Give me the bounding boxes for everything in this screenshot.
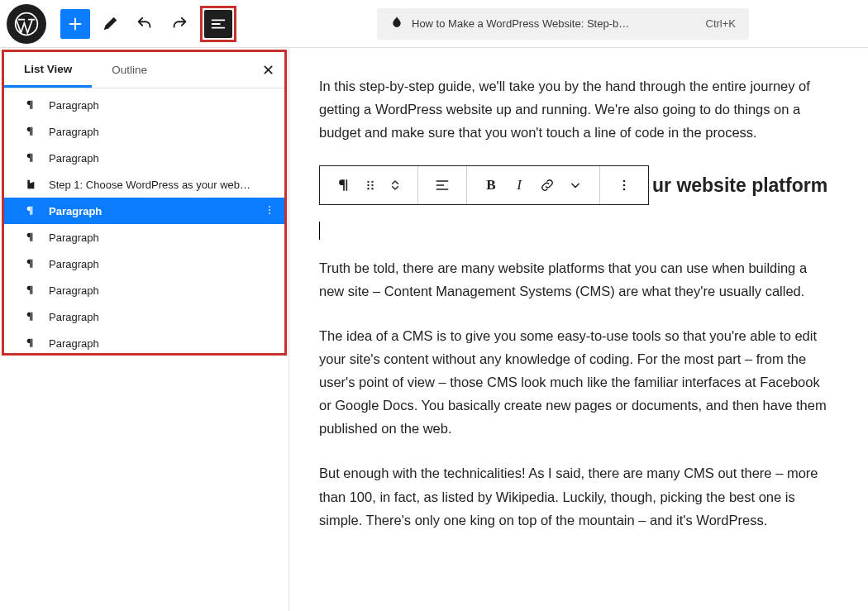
paragraph-block-icon: [24, 310, 39, 323]
block-options-button[interactable]: [613, 174, 635, 196]
wordpress-icon: [13, 11, 40, 37]
list-view-item-label: Paragraph: [49, 232, 99, 244]
redo-button[interactable]: [165, 9, 194, 39]
link-button[interactable]: [537, 174, 558, 196]
svg-point-3: [269, 212, 270, 214]
svg-point-12: [623, 189, 626, 191]
tab-list-view[interactable]: List View: [4, 52, 92, 88]
pencil-icon: [101, 15, 119, 33]
paragraph-block-icon: [24, 125, 39, 138]
list-view-item[interactable]: Paragraph: [4, 330, 284, 353]
pen-icon: [390, 16, 403, 31]
link-icon: [539, 177, 556, 193]
list-view-item[interactable]: Paragraph: [4, 251, 284, 277]
heading-block-icon: [24, 178, 39, 191]
list-view-item[interactable]: Paragraph: [4, 198, 284, 224]
list-view-item-label: Paragraph: [49, 126, 99, 138]
paragraph-block-icon: [24, 98, 39, 112]
plus-icon: [66, 15, 84, 33]
paragraph-block-icon: [24, 204, 39, 217]
list-view-item-label: Paragraph: [49, 152, 99, 165]
paragraph-block[interactable]: Truth be told, there are many website pl…: [319, 256, 830, 303]
svg-point-10: [623, 180, 626, 183]
close-panel-button[interactable]: ✕: [251, 54, 284, 87]
command-shortcut: Ctrl+K: [706, 17, 736, 30]
paragraph-icon: [336, 177, 352, 193]
italic-button[interactable]: I: [508, 174, 530, 196]
list-view-icon: [209, 15, 227, 33]
list-view-item[interactable]: Step 1: Choose WordPress as your website…: [4, 171, 284, 198]
more-rich-text-button[interactable]: [565, 174, 586, 196]
paragraph-block[interactable]: But enough with the technicalities! As I…: [319, 461, 830, 531]
bold-button[interactable]: B: [480, 174, 502, 196]
text-caret: [319, 222, 320, 240]
panel-tabs: List View Outline ✕: [4, 52, 284, 88]
paragraph-block[interactable]: In this step-by-step guide, we'll take y…: [319, 74, 830, 144]
chevron-down-icon: [567, 177, 584, 193]
svg-point-5: [371, 181, 373, 183]
list-view-item[interactable]: Paragraph: [4, 224, 284, 251]
wordpress-logo[interactable]: [7, 4, 46, 44]
item-options-button[interactable]: [263, 203, 276, 219]
chevrons-icon: [387, 177, 403, 193]
svg-point-6: [367, 184, 369, 186]
block-list-view: ParagraphParagraphParagraphStep 1: Choos…: [4, 88, 284, 353]
list-view-item[interactable]: Paragraph: [4, 277, 284, 303]
paragraph-block-icon: [24, 337, 39, 350]
tools-button[interactable]: [95, 9, 125, 39]
list-view-item-label: Paragraph: [49, 258, 99, 270]
list-view-item-label: Paragraph: [49, 99, 99, 112]
redo-icon: [170, 15, 188, 33]
list-view-item-label: Step 1: Choose WordPress as your website…: [49, 179, 255, 191]
document-overview-panel-highlight: List View Outline ✕ ParagraphParagraphPa…: [2, 50, 287, 356]
drag-icon: [362, 177, 379, 193]
svg-point-7: [371, 184, 373, 186]
list-view-item[interactable]: Paragraph: [4, 118, 284, 145]
list-view-item-label: Paragraph: [49, 284, 99, 297]
document-title-bar[interactable]: How to Make a WordPress Website: Step-b……: [377, 8, 749, 40]
svg-point-2: [269, 209, 270, 211]
document-overview-button[interactable]: [204, 10, 232, 38]
add-block-button[interactable]: [60, 9, 90, 39]
svg-point-4: [367, 181, 369, 183]
align-button[interactable]: [432, 174, 453, 196]
move-buttons[interactable]: [386, 174, 404, 196]
document-title: How to Make a WordPress Website: Step-b…: [412, 17, 629, 30]
paragraph-block-icon: [24, 151, 39, 165]
block-toolbar: B I: [319, 165, 649, 205]
editor-canvas[interactable]: In this step-by-step guide, we'll take y…: [289, 48, 868, 611]
drag-handle[interactable]: [361, 174, 379, 196]
heading-text-fragment[interactable]: ur website platform: [652, 169, 827, 202]
list-view-item-label: Paragraph: [49, 205, 102, 217]
paragraph-block[interactable]: The idea of a CMS is to give you some ea…: [319, 324, 830, 440]
list-view-item[interactable]: Paragraph: [4, 92, 284, 118]
block-type-button[interactable]: [333, 174, 355, 196]
list-view-item[interactable]: Paragraph: [4, 303, 284, 330]
svg-point-1: [269, 206, 270, 208]
document-overview-highlight: [200, 6, 236, 42]
undo-icon: [136, 15, 154, 33]
undo-button[interactable]: [130, 9, 160, 39]
paragraph-block-icon: [24, 231, 39, 244]
list-view-item-label: Paragraph: [49, 337, 99, 350]
svg-point-8: [367, 188, 369, 189]
svg-point-11: [623, 184, 626, 187]
paragraph-block-icon: [24, 284, 39, 297]
editor-top-toolbar: How to Make a WordPress Website: Step-b……: [0, 0, 868, 48]
list-view-item[interactable]: Paragraph: [4, 145, 284, 171]
svg-point-9: [371, 188, 373, 189]
list-view-item-label: Paragraph: [49, 311, 99, 323]
paragraph-block-icon: [24, 257, 39, 270]
tab-outline[interactable]: Outline: [92, 52, 167, 88]
heading-block-with-toolbar: B I ur website platform: [319, 165, 830, 205]
align-left-icon: [434, 177, 451, 193]
kebab-icon: [616, 177, 632, 193]
